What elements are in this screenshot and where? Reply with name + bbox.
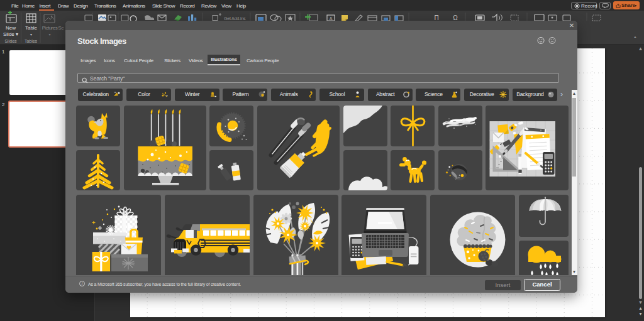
svg-text:Get Add-ins: Get Add-ins bbox=[224, 16, 246, 21]
svg-text:Tables: Tables bbox=[25, 39, 38, 43]
svg-text:Slide ▾: Slide ▾ bbox=[3, 31, 18, 37]
svg-text:A: A bbox=[330, 16, 333, 21]
svg-text:▾: ▾ bbox=[30, 33, 32, 36]
svg-text:New: New bbox=[6, 25, 16, 31]
svg-text:▾: ▾ bbox=[48, 33, 50, 36]
svg-text:Pictures: Pictures bbox=[42, 25, 58, 31]
svg-text:Table: Table bbox=[25, 25, 38, 31]
svg-text:Sc: Sc bbox=[58, 25, 64, 31]
svg-text:Slides: Slides bbox=[4, 39, 17, 43]
